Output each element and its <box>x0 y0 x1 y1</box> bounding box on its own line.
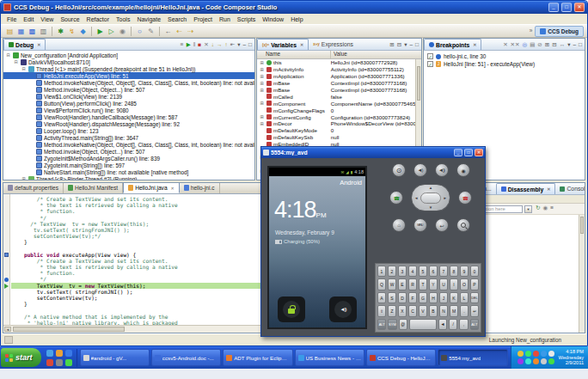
tray-icon[interactable] <box>518 351 524 357</box>
breakpoint-item[interactable]: ✓hello-jni.c, line 30 <box>424 52 585 60</box>
view-menu-icon[interactable]: ▾ <box>237 41 240 48</box>
close-button[interactable]: ✕ <box>574 3 585 12</box>
emulator-close-button[interactable]: ✕ <box>475 149 483 156</box>
kbd-key[interactable]: M <box>450 305 458 316</box>
view-menu-icon[interactable]: ▾ <box>404 41 407 48</box>
kbd-key[interactable]: V <box>419 305 427 316</box>
step-into-icon[interactable]: ↓ <box>211 41 214 48</box>
variable-row[interactable]: mDefaultKeySsbnull <box>257 134 415 141</box>
tray-icon[interactable] <box>548 358 554 364</box>
kbd-key[interactable]: F <box>408 292 417 303</box>
minimize-icon[interactable]: – <box>573 41 576 48</box>
menu-window[interactable]: Window <box>259 16 287 22</box>
kbd-key[interactable]: . <box>460 305 469 316</box>
scrollbar-thumb[interactable] <box>580 217 584 234</box>
kbd-key[interactable]: , <box>459 319 468 330</box>
tray-icon[interactable] <box>548 351 554 357</box>
minimize-icon[interactable]: – <box>242 41 246 48</box>
kbd-key[interactable]: C <box>408 305 417 316</box>
tab-breakpoints[interactable]: Breakpoints ✕ <box>424 39 481 50</box>
kbd-key[interactable]: 8 <box>450 266 458 277</box>
terminate-icon[interactable]: ■ <box>198 41 201 48</box>
kbd-key[interactable]: 5 <box>419 266 427 277</box>
kbd-key[interactable]: 9 <box>460 266 469 277</box>
editor-tab-hellojni-manifest[interactable]: HelloJni Manifest <box>64 182 123 193</box>
kbd-key[interactable]: G <box>419 292 427 303</box>
breakpoint-checkbox[interactable]: ✓ <box>427 53 433 59</box>
tray-icon[interactable] <box>541 358 547 364</box>
kbd-key[interactable]: / <box>449 319 457 330</box>
debug-tree-row[interactable]: Method.invokeNative(Object, Object[], Cl… <box>3 79 254 86</box>
variable-row[interactable]: ⊞mBaseContextImpl (id=830007773168) <box>257 87 415 94</box>
variable-row[interactable]: mConfigChangeFlags0 <box>257 107 415 113</box>
tray-icon[interactable] <box>541 351 547 357</box>
maximize-icon[interactable]: □ <box>579 41 582 48</box>
location-dropdown-icon[interactable]: ▼ <box>524 205 532 213</box>
kbd-key[interactable]: A <box>377 292 386 303</box>
kbd-key[interactable]: W <box>388 278 396 290</box>
search-icon[interactable]: ○ <box>134 26 145 37</box>
unlock-slider[interactable] <box>278 296 305 322</box>
kbd-key[interactable]: 4 <box>408 266 417 277</box>
tab-variables[interactable]: (x)= Variables ✕ <box>257 39 309 50</box>
quick-launch-icon[interactable] <box>46 350 53 357</box>
step-return-icon[interactable]: ↑ <box>224 41 227 48</box>
variable-row[interactable]: ⊞thisHelloJni (id=830007772928) <box>257 59 415 66</box>
menu-project[interactable]: Project <box>190 16 216 22</box>
close-icon[interactable]: ✕ <box>300 42 303 47</box>
kbd-key[interactable]: ⇧ <box>377 305 386 316</box>
suspend-icon[interactable]: ‖ <box>193 41 196 48</box>
disconnect-icon[interactable]: ✕ <box>204 41 208 48</box>
show-type-names-icon[interactable]: ⊞ <box>389 41 394 48</box>
kbd-key[interactable]: Q <box>377 278 386 290</box>
kbd-key[interactable]: H <box>429 292 438 303</box>
menu-navigate[interactable]: Navigate <box>133 16 164 22</box>
kbd-key[interactable]: J <box>439 292 448 303</box>
call-button[interactable]: ☎ <box>389 191 403 205</box>
debug-tree-row[interactable]: View$PerformClick.run() line: 9080 <box>3 107 254 113</box>
kbd-key[interactable]: Z <box>388 305 396 316</box>
debug-tree-row[interactable]: Method.invoke(Object, Object...) line: 5… <box>3 86 254 93</box>
forward-icon[interactable]: ⇢ <box>185 26 196 37</box>
collapse-all-icon[interactable]: ⊟ <box>397 41 401 48</box>
tree-expander[interactable]: ⊞ <box>259 81 265 86</box>
sound-slider[interactable]: ◄)) <box>329 296 357 322</box>
kbd-key[interactable]: N <box>439 305 448 316</box>
taskbar-task[interactable]: ADT Plugin for Eclipse... <box>223 349 292 366</box>
variable-row[interactable]: ⊞mComponentComponentName (id=83000775465… <box>257 100 415 107</box>
tree-expander[interactable]: ⊞ <box>259 121 265 126</box>
connect-icon[interactable]: ≡ <box>181 41 184 48</box>
debug-tree-row[interactable]: Method.invokeNative(Object, Object[], Cl… <box>3 141 254 148</box>
camera-button[interactable]: ⊙ <box>392 163 406 177</box>
key-space[interactable] <box>409 319 437 330</box>
maximize-button[interactable]: □ <box>561 3 572 12</box>
editor-tab-hello-jni-c[interactable]: hello-jni.c <box>180 182 220 193</box>
kbd-key[interactable]: DEL <box>470 292 479 303</box>
breakpoint-item[interactable]: ✓JHelloJni [line: 51] - executeApp(View) <box>424 60 585 68</box>
tree-expander[interactable]: ⊞ <box>259 114 265 119</box>
debug-tree-row[interactable]: ZygoteInit$MethodAndArgsCaller.run() lin… <box>3 155 254 162</box>
debug-tree-row[interactable]: ⊟DalvikVM[localhost:8710] <box>3 58 254 65</box>
close-icon[interactable]: ✕ <box>473 42 476 47</box>
kbd-key[interactable]: B <box>429 305 438 316</box>
quick-launch-icon[interactable] <box>46 359 53 366</box>
close-icon[interactable]: ✕ <box>171 186 175 191</box>
kbd-key[interactable]: ◄ <box>438 319 447 330</box>
save-all-icon[interactable]: ▩ <box>27 26 38 37</box>
debug-tree-row[interactable]: Button(View).performClick() line: 2485 <box>3 100 254 107</box>
resume-icon[interactable]: ▶ <box>187 41 191 48</box>
tray-icon[interactable] <box>525 358 531 364</box>
kbd-key[interactable]: 1 <box>377 266 386 277</box>
debug-tree-row[interactable]: ZygoteInit.main(String[]) line: 597 <box>3 162 254 168</box>
menu-refactor[interactable]: Refactor <box>83 16 113 22</box>
link-icon[interactable]: ↔ <box>560 41 566 48</box>
close-icon[interactable]: ✕ <box>37 42 40 47</box>
tree-expander[interactable]: ⊟ <box>5 52 11 58</box>
emulator-title-bar[interactable]: 5554:my_avd _ □ ✕ <box>261 147 485 158</box>
kbd-key[interactable]: ALT <box>470 319 479 330</box>
kbd-key[interactable]: 7 <box>439 266 448 277</box>
kbd-key[interactable]: 0 <box>470 266 479 277</box>
menu-source[interactable]: Source <box>57 16 83 22</box>
kbd-key[interactable]: E <box>398 278 407 290</box>
scrollbar-thumb[interactable] <box>417 66 420 101</box>
